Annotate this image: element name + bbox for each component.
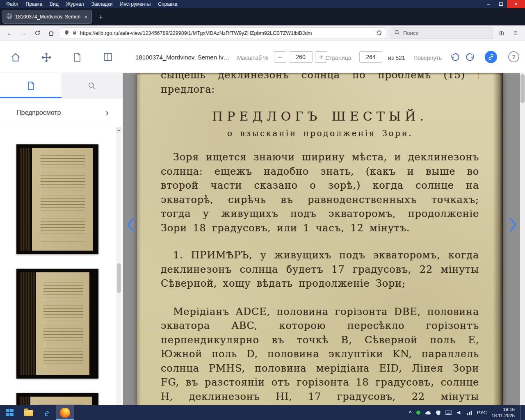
zoom-label: Масштаб % xyxy=(237,55,268,61)
page-number-input[interactable] xyxy=(359,51,382,63)
page-right-shadow xyxy=(493,73,503,405)
scrollbar-thumb[interactable] xyxy=(520,74,525,103)
new-tab-button[interactable]: + xyxy=(95,11,107,23)
clock-time: 19:16 xyxy=(491,406,515,413)
hidden-icons-chevron[interactable]: ^ xyxy=(409,410,412,415)
windows-logo-icon xyxy=(6,409,14,416)
paragraph: 1. ПРИМѢРЪ, у живущихъ подъ экваторомъ, … xyxy=(161,248,479,291)
bookmark-star-icon[interactable] xyxy=(376,30,382,37)
search-placeholder: Поиск xyxy=(403,30,418,36)
minimize-button[interactable]: – xyxy=(482,0,495,8)
paragraph: Мерідіанъ ADCE, половина горізонта DBE, … xyxy=(161,305,479,406)
rotate-right-icon[interactable] xyxy=(465,52,476,64)
menu-edit[interactable]: Правка xyxy=(22,0,46,8)
home-icon[interactable] xyxy=(46,28,57,39)
menu-view[interactable]: Вид xyxy=(46,0,62,8)
scroll-up-icon[interactable] xyxy=(116,127,121,133)
close-button[interactable]: × xyxy=(507,0,525,8)
page-total: из 521 xyxy=(388,55,405,61)
sidebar: Предпросмотр › xyxy=(0,73,123,405)
firefox-icon xyxy=(60,408,70,418)
search-icon xyxy=(394,30,400,37)
page-thumbnail-2[interactable] xyxy=(16,269,98,379)
thumbnail-spine xyxy=(20,272,37,375)
menu-tools[interactable]: Инструменты xyxy=(116,0,155,8)
keyboard-icon[interactable] xyxy=(445,411,452,415)
navigation-toolbar: ← → https://elib.rgo.ru/safe-view/123456… xyxy=(0,25,525,41)
thumbnail-spine xyxy=(20,148,30,251)
single-page-view-icon[interactable] xyxy=(71,52,83,63)
browser-tab[interactable]: 18100374_Mordvinov, Semen Iv... × xyxy=(2,10,92,24)
maximize-button[interactable] xyxy=(495,0,507,8)
firefox-button[interactable] xyxy=(56,405,74,420)
rotate-left-icon[interactable] xyxy=(449,52,461,64)
book-view-icon[interactable] xyxy=(102,52,114,63)
thumbnail-list xyxy=(0,127,123,405)
system-tray: ^ РУС 19:16 18.11.2025 xyxy=(409,405,525,420)
tab-thumbnails[interactable] xyxy=(0,73,62,98)
taskbar: e ^ РУС 19:16 18.11.2025 xyxy=(0,405,525,420)
page-top-shadow xyxy=(137,73,503,75)
cloud-icon[interactable] xyxy=(425,411,431,415)
internet-explorer-button[interactable]: e xyxy=(38,405,56,420)
network-icon[interactable] xyxy=(467,410,472,415)
page-label: Страница xyxy=(325,55,351,61)
toolbar-divider xyxy=(481,49,481,65)
volume-icon[interactable] xyxy=(457,410,462,415)
show-desktop-button[interactable] xyxy=(520,405,523,420)
viewer-toolbar: 18100374_Mordvinov, Semen Ivan... Масшта… xyxy=(0,41,525,73)
page-thumbnail-3[interactable] xyxy=(16,393,98,405)
reload-icon[interactable] xyxy=(32,28,43,39)
scrollbar-thumb[interactable] xyxy=(117,263,121,293)
menu-history[interactable]: Журнал xyxy=(62,0,88,8)
thumbnails-page-icon xyxy=(26,81,35,90)
menu-help[interactable]: Справка xyxy=(154,0,181,8)
zoom-controls: – + xyxy=(274,51,327,63)
search-input[interactable]: Поиск xyxy=(390,27,493,39)
start-button[interactable] xyxy=(0,405,20,420)
menu-file[interactable]: Файл xyxy=(2,0,22,8)
thumbnail-page xyxy=(36,272,89,375)
zoom-value-input[interactable] xyxy=(289,51,313,63)
page-left-shadow xyxy=(137,73,141,405)
file-explorer-button[interactable] xyxy=(20,405,38,420)
hamburger-menu-icon[interactable]: ≡ xyxy=(510,28,521,39)
forward-icon[interactable]: → xyxy=(18,28,29,39)
chapter-heading: ПРЕДЛОГЪ ШЕСТЫЙ. xyxy=(161,108,479,125)
tab-title: 18100374_Mordvinov, Semen Iv... xyxy=(15,14,80,20)
zoom-out-button[interactable]: – xyxy=(274,51,286,63)
sidebar-tabs xyxy=(0,73,123,98)
chapter-subheading: о взысканіи продолженія Зори. xyxy=(161,127,479,139)
clock-date: 18.11.2025 xyxy=(491,413,515,419)
page-thumbnail-1[interactable] xyxy=(16,144,98,254)
internet-explorer-icon: e xyxy=(45,408,49,418)
page-text: сыщешь деклинезонъ солнца по проблемѣ (1… xyxy=(137,73,503,405)
scanned-page-canvas[interactable]: сыщешь деклинезонъ солнца по проблемѣ (1… xyxy=(137,73,503,405)
page-scrollbar[interactable] xyxy=(520,73,525,405)
status-green-icon[interactable] xyxy=(416,411,420,415)
share-link-icon[interactable] xyxy=(485,51,497,63)
language-indicator[interactable]: РУС xyxy=(477,410,487,415)
previous-page-icon[interactable] xyxy=(125,216,136,234)
viewer-home-icon[interactable] xyxy=(10,52,21,63)
menu-bookmarks[interactable]: Закладки xyxy=(88,0,116,8)
shield-icon[interactable] xyxy=(64,30,69,37)
thumbnail-scrollbar[interactable] xyxy=(116,127,121,405)
defender-shield-icon[interactable] xyxy=(436,410,441,415)
next-page-icon[interactable] xyxy=(508,216,518,234)
library-icon[interactable] xyxy=(496,28,507,39)
window-controls: – × xyxy=(482,0,525,8)
clock[interactable]: 19:16 18.11.2025 xyxy=(491,406,516,419)
rotate-label: Повернуть xyxy=(413,55,442,61)
folder-icon xyxy=(24,410,33,416)
window-titlebar: Файл Правка Вид Журнал Закладки Инструме… xyxy=(0,0,525,8)
back-icon[interactable]: ← xyxy=(4,28,15,39)
help-button[interactable]: ? xyxy=(508,51,519,62)
screen: { "titlebar": { "menus": ["Файл", "Правк… xyxy=(0,0,525,420)
tab-close-icon[interactable]: × xyxy=(83,14,88,20)
collapse-sidebar-icon[interactable]: › xyxy=(105,108,109,118)
pan-tool-icon[interactable] xyxy=(41,52,52,63)
url-bar[interactable]: https://elib.rgo.ru/safe-view/123456789/… xyxy=(60,27,386,39)
lock-icon[interactable] xyxy=(72,30,77,37)
tab-search[interactable] xyxy=(62,73,123,98)
